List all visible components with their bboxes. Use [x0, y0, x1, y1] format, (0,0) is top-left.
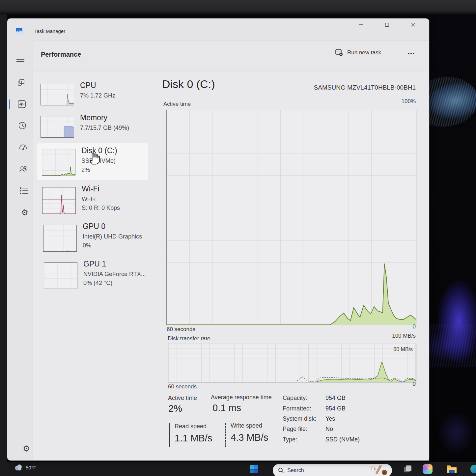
wifi-mini-chart [42, 187, 76, 214]
perf-row-title: Disk 0 (C:) [81, 146, 117, 155]
search-icon [278, 467, 284, 473]
task-manager-window: Task Manager [7, 18, 429, 461]
perf-row-line: 0% [83, 242, 91, 249]
navigation-menu-button[interactable] [14, 53, 26, 65]
perf-row-title: CPU [80, 81, 96, 90]
window-controls [348, 19, 426, 30]
run-new-task-button[interactable]: Run new task [330, 45, 386, 60]
sidebar-item-users[interactable] [17, 163, 29, 175]
read-speed-legend-bar [169, 423, 170, 447]
processes-icon [17, 78, 25, 86]
kv-value: SSD (NVMe) [325, 436, 360, 443]
sidebar-item-details[interactable] [18, 185, 30, 197]
gpu1-mini-chart [44, 262, 77, 289]
read-speed-value: 1.1 MB/s [175, 433, 212, 444]
services-gear-icon: ⚙ [21, 208, 28, 217]
transfer-rate-chart: 60 MB/s [168, 343, 416, 382]
task-manager-logo [16, 28, 22, 34]
active-time-x-left: 60 seconds [167, 326, 195, 333]
perf-row-line: S: 0 R: 0 Kbps [82, 205, 120, 211]
write-speed-legend-bar [225, 423, 226, 447]
selected-indicator [9, 99, 10, 109]
active-time-x-right: 0 [350, 323, 416, 330]
cpu-mini-chart [41, 84, 74, 105]
details-list-icon [20, 187, 28, 194]
search-placeholder: Search [287, 467, 304, 473]
perf-row-line: NVIDIA GeForce RTX... [83, 271, 146, 278]
more-options-button[interactable]: ••• [404, 47, 419, 59]
perf-row-title: Memory [80, 113, 107, 122]
search-box[interactable]: Search [273, 464, 392, 476]
weather-widget[interactable]: 50°F [14, 464, 36, 471]
sidebar-item-startup-apps[interactable] [17, 142, 29, 154]
users-icon [19, 165, 28, 174]
minimize-button[interactable] [348, 19, 374, 30]
history-clock-icon [18, 122, 27, 130]
close-button[interactable] [400, 19, 426, 30]
taskbar: 50°F Search [7, 462, 476, 476]
write-speed-label: Write speed [231, 422, 262, 429]
performance-icon [17, 100, 26, 108]
transfer-rate-ymax: 100 MB/s [350, 333, 416, 339]
transfer-rate-axis-label: Disk transfer rate [168, 335, 210, 342]
perf-row-line: 0% (42 °C) [83, 280, 112, 287]
search-highlight-baseball-icon [370, 465, 387, 475]
kv-value: 954 GB [325, 395, 346, 402]
kv-value: Yes [325, 415, 335, 422]
weather-temp: 50°F [26, 465, 36, 470]
perf-row-title: GPU 0 [83, 222, 105, 231]
perf-row-line: Intel(R) UHD Graphics [83, 233, 142, 240]
perf-row-line: 2% [81, 167, 90, 174]
active-time-ymax: 100% [350, 98, 416, 105]
wallpaper-glow [424, 258, 476, 390]
photo-canvas: 50°F Search [0, 0, 476, 476]
sidebar-item-performance[interactable] [16, 98, 28, 110]
edge-icon[interactable] [470, 464, 476, 474]
active-time-axis-label: Active time [163, 101, 191, 107]
sidebar-item-services[interactable]: ⚙ [19, 207, 31, 218]
perf-row-title: Wi-Fi [82, 184, 99, 193]
start-button[interactable] [250, 465, 258, 473]
perf-row-line: 7.7/15.7 GB (49%) [80, 125, 129, 131]
perf-row-line: Wi-Fi [82, 196, 96, 203]
response-time-stat-value: 0.1 ms [212, 403, 241, 413]
kv-label: Page file: [283, 426, 307, 433]
maximize-button[interactable] [374, 19, 400, 30]
settings-gear-icon: ⚙ [23, 444, 30, 453]
detail-title: Disk 0 (C:) [162, 78, 215, 91]
kv-label: System disk: [283, 415, 316, 422]
task-view-icon[interactable] [403, 464, 413, 474]
disk-mini-chart [42, 149, 75, 176]
memory-mini-chart [41, 116, 74, 138]
active-time-stat-label: Active time [168, 395, 197, 402]
weather-cloud-icon [14, 464, 23, 471]
kv-label: Type: [283, 436, 297, 443]
gauge-icon [19, 143, 27, 152]
disk-model: SAMSUNG MZVL41T0HBLB-00BH1 [231, 84, 416, 91]
sidebar-item-app-history[interactable] [16, 120, 28, 132]
transfer-x-left: 60 seconds [168, 383, 197, 390]
content-card: Performance Run new task ••• CPU 7% 1.72… [33, 41, 429, 461]
perf-row-line: SSD (NVMe) [81, 157, 116, 164]
kv-value: 954 GB [325, 405, 346, 412]
perf-row-line: 7% 1.72 GHz [80, 92, 115, 99]
sidebar-item-processes[interactable] [15, 76, 27, 88]
perf-row-title: GPU 1 [83, 260, 106, 268]
desktop-screen: 50°F Search [7, 14, 476, 476]
write-speed-value: 4.3 MB/s [231, 432, 268, 443]
file-explorer-icon[interactable] [446, 464, 457, 474]
window-title: Task Manager [34, 28, 65, 34]
active-time-chart [166, 110, 416, 325]
run-new-task-icon [335, 49, 343, 56]
settings-button[interactable]: ⚙ [20, 443, 32, 455]
kv-label: Formatted: [283, 405, 311, 412]
kv-value: No [325, 426, 333, 433]
gpu0-mini-chart [43, 225, 77, 252]
kv-label: Capacity: [283, 395, 307, 402]
run-new-task-label: Run new task [347, 49, 381, 56]
monitor-bezel [0, 0, 476, 14]
active-time-stat-value: 2% [168, 403, 182, 414]
copilot-icon[interactable] [423, 464, 433, 474]
response-time-stat-label: Average response time [211, 394, 272, 401]
wallpaper-glow-lower [429, 400, 476, 466]
